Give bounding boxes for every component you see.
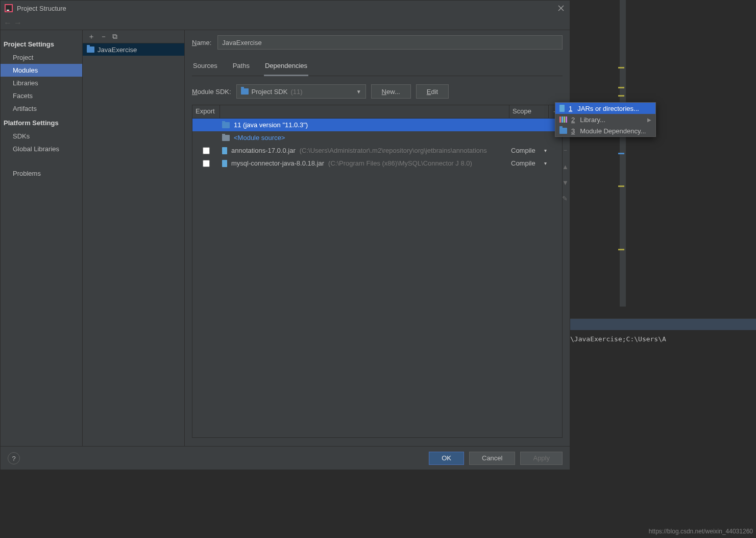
- module-item[interactable]: JavaExercise: [83, 43, 184, 56]
- export-checkbox[interactable]: [203, 160, 210, 167]
- project-structure-dialog: Project Structure ← → Project Settings P…: [0, 0, 570, 470]
- help-button[interactable]: ?: [8, 452, 20, 464]
- close-icon: [558, 5, 564, 11]
- editor-bottom-header: [570, 319, 756, 330]
- tab-dependencies[interactable]: Dependencies: [264, 59, 308, 76]
- jar-icon: [222, 147, 227, 154]
- remove-dep-button[interactable]: －: [562, 146, 569, 155]
- dependencies-header: Export Scope ＋: [192, 105, 562, 119]
- dependency-side-tools: － ▲ ▼ ✎: [562, 146, 569, 202]
- tab-paths[interactable]: Paths: [232, 59, 251, 76]
- chevron-down-icon: ▾: [544, 160, 547, 166]
- nav-history: ← →: [1, 16, 570, 30]
- sdk-new-button[interactable]: New...: [371, 84, 411, 99]
- scope-value[interactable]: Compile: [511, 159, 535, 167]
- move-up-button[interactable]: ▲: [562, 163, 569, 171]
- dependency-row[interactable]: annotations-17.0.0.jar (C:\Users\Adminis…: [192, 144, 562, 157]
- popup-shortcut: 3: [571, 127, 575, 135]
- sidebar-item-sdks[interactable]: SDKs: [1, 130, 82, 143]
- name-input[interactable]: [217, 35, 563, 50]
- dialog-footer: OK Cancel Apply: [1, 446, 570, 470]
- apply-button[interactable]: Apply: [520, 452, 563, 465]
- watermark: https://blog.csdn.net/weixin_44031260: [649, 528, 753, 535]
- popup-item-module-dependency[interactable]: 3Module Dependency...: [555, 125, 655, 136]
- editor-bottom-panel: [570, 318, 756, 538]
- folder-blue-icon: [222, 122, 230, 128]
- add-module-button[interactable]: ＋: [88, 32, 95, 41]
- scope-value[interactable]: Compile: [511, 147, 535, 154]
- sidebar-header-project: Project Settings: [1, 38, 82, 51]
- module-editor: Name: SourcesPathsDependencies Module SD…: [185, 30, 570, 470]
- sidebar-item-artifacts[interactable]: Artifacts: [1, 102, 82, 115]
- name-label: Name:: [192, 39, 211, 46]
- dependency-path: (C:\Program Files (x86)\MySQL\Connector …: [328, 159, 472, 167]
- submenu-arrow-icon: ▶: [647, 117, 651, 123]
- popup-label: JARs or directories...: [577, 105, 639, 112]
- dependencies-table: Export Scope ＋ 11 (java version "11.0.3"…: [192, 105, 563, 438]
- copy-module-button[interactable]: ⧉: [112, 32, 117, 41]
- export-checkbox[interactable]: [203, 147, 210, 154]
- sidebar-header-platform: Platform Settings: [1, 117, 82, 130]
- tab-sources[interactable]: Sources: [192, 59, 218, 76]
- move-down-button[interactable]: ▼: [562, 179, 569, 186]
- close-button[interactable]: [556, 4, 566, 13]
- sidebar: Project Settings ProjectModulesLibraries…: [1, 30, 83, 470]
- ok-button[interactable]: OK: [429, 452, 464, 465]
- module-sdk-combo[interactable]: Project SDK (11) ▼: [236, 84, 366, 99]
- dialog-title: Project Structure: [17, 5, 556, 12]
- module-icon: [87, 46, 94, 53]
- popup-shortcut: 2: [571, 116, 575, 124]
- chevron-down-icon: ▾: [544, 148, 547, 153]
- lib-icon: [559, 116, 567, 123]
- popup-item-library[interactable]: 2Library...▶: [555, 114, 655, 125]
- sdk-edit-button[interactable]: Edit: [416, 84, 449, 99]
- popup-label: Library...: [580, 116, 605, 124]
- dependency-path: (C:\Users\Administrator\.m2\repository\o…: [300, 147, 487, 154]
- sidebar-item-libraries[interactable]: Libraries: [1, 77, 82, 89]
- sidebar-problems[interactable]: Problems: [1, 165, 82, 179]
- sidebar-item-facets[interactable]: Facets: [1, 89, 82, 102]
- cancel-button[interactable]: Cancel: [469, 452, 515, 465]
- dependency-name: 11 (java version "11.0.3"): [234, 121, 308, 129]
- col-export[interactable]: Export: [192, 105, 220, 118]
- dependency-name: <Module source>: [234, 134, 285, 142]
- module-toolbar: ＋ － ⧉: [83, 30, 184, 43]
- editor-bottom-text: \JavaExercise;C:\Users\A: [570, 335, 666, 343]
- app-icon: [5, 4, 13, 12]
- sidebar-item-global-libraries[interactable]: Global Libraries: [1, 143, 82, 155]
- dependency-name: mysql-connector-java-8.0.18.jar: [231, 159, 324, 167]
- chevron-down-icon: ▼: [356, 89, 361, 95]
- sdk-value: Project SDK: [252, 88, 288, 96]
- folder-icon: [222, 135, 230, 141]
- titlebar: Project Structure: [1, 1, 570, 16]
- module-item-label: JavaExercise: [97, 46, 137, 54]
- jar-icon: [222, 160, 227, 167]
- tabs: SourcesPathsDependencies: [192, 59, 563, 76]
- module-list-panel: ＋ － ⧉ JavaExercise: [83, 30, 185, 470]
- sidebar-item-project[interactable]: Project: [1, 51, 82, 64]
- popup-label: Module Dependency...: [580, 127, 646, 135]
- svg-rect-2: [7, 10, 9, 11]
- dependency-row[interactable]: <Module source>: [192, 131, 562, 144]
- popup-shortcut: 1: [569, 105, 572, 112]
- dependency-row[interactable]: mysql-connector-java-8.0.18.jar (C:\Prog…: [192, 157, 562, 170]
- add-dependency-popup: 1JARs or directories...2Library...▶3Modu…: [555, 102, 656, 137]
- folder-blue-icon: [559, 128, 567, 134]
- col-scope[interactable]: Scope: [509, 105, 549, 118]
- forward-button[interactable]: →: [13, 18, 23, 28]
- module-sdk-label: Module SDK:: [192, 88, 231, 96]
- sdk-suffix: (11): [290, 88, 302, 96]
- jar-icon: [559, 105, 565, 112]
- sdk-icon: [241, 88, 249, 95]
- popup-item-jars-or-directories[interactable]: 1JARs or directories...: [555, 103, 655, 114]
- edit-dep-button[interactable]: ✎: [562, 195, 569, 202]
- back-button[interactable]: ←: [3, 18, 13, 28]
- sidebar-item-modules[interactable]: Modules: [1, 64, 82, 77]
- remove-module-button[interactable]: －: [100, 32, 107, 41]
- dependency-name: annotations-17.0.0.jar: [231, 147, 296, 154]
- dependency-row[interactable]: 11 (java version "11.0.3"): [192, 119, 562, 131]
